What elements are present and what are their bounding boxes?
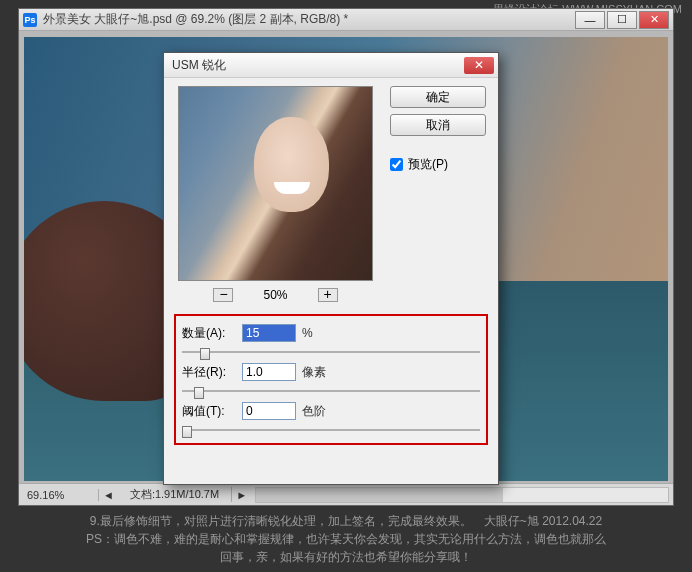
ps-document-title: 外景美女 大眼仔~旭.psd @ 69.2% (图层 2 副本, RGB/8) … — [43, 11, 573, 28]
preview-label: 预览(P) — [408, 156, 448, 173]
radius-track — [182, 390, 480, 392]
amount-label: 数量(A): — [182, 325, 236, 342]
amount-unit: % — [302, 326, 313, 340]
preview-image — [179, 87, 372, 280]
status-bar: 69.16% ◄ 文档:1.91M/10.7M ► — [19, 483, 673, 505]
preview-checkbox[interactable] — [390, 158, 403, 171]
preview-box[interactable] — [178, 86, 373, 281]
parameters-panel: 数量(A): % 半径(R): 像素 — [174, 314, 488, 445]
ps-app-icon: Ps — [23, 13, 37, 27]
zoom-percent: 50% — [263, 288, 287, 302]
threshold-label: 阈值(T): — [182, 403, 236, 420]
threshold-thumb[interactable] — [182, 426, 192, 438]
zoom-out-button[interactable]: − — [213, 288, 233, 302]
scroll-right-icon[interactable]: ► — [232, 489, 251, 501]
amount-slider[interactable] — [182, 345, 480, 359]
zoom-in-button[interactable]: + — [318, 288, 338, 302]
radius-row: 半径(R): 像素 — [182, 363, 480, 398]
threshold-unit: 色阶 — [302, 403, 326, 420]
document-info: 文档:1.91M/10.7M — [118, 487, 232, 502]
radius-unit: 像素 — [302, 364, 326, 381]
radius-slider[interactable] — [182, 384, 480, 398]
radius-input[interactable] — [242, 363, 296, 381]
amount-track — [182, 351, 480, 353]
radius-label: 半径(R): — [182, 364, 236, 381]
amount-input[interactable] — [242, 324, 296, 342]
dialog-title: USM 锐化 — [168, 57, 464, 74]
zoom-controls: − 50% + — [178, 288, 373, 302]
preview-checkbox-row[interactable]: 预览(P) — [390, 156, 486, 173]
caption-line-3: 回事，亲，如果有好的方法也希望你能分享哦！ — [18, 548, 674, 566]
threshold-slider[interactable] — [182, 423, 480, 437]
ok-button[interactable]: 确定 — [390, 86, 486, 108]
preview-face — [254, 117, 329, 212]
minimize-button[interactable]: — — [575, 11, 605, 29]
tutorial-caption: 9.最后修饰细节，对照片进行清晰锐化处理，加上签名，完成最终效果。 大眼仔~旭 … — [18, 512, 674, 566]
h-scrollbar[interactable] — [255, 487, 669, 503]
threshold-row: 阈值(T): 色阶 — [182, 402, 480, 437]
h-scroll-thumb[interactable] — [256, 488, 503, 502]
amount-row: 数量(A): % — [182, 324, 480, 359]
caption-line-1: 9.最后修饰细节，对照片进行清晰锐化处理，加上签名，完成最终效果。 大眼仔~旭 … — [18, 512, 674, 530]
amount-thumb[interactable] — [200, 348, 210, 360]
threshold-track — [182, 429, 480, 431]
scroll-left-icon[interactable]: ◄ — [99, 489, 118, 501]
zoom-level[interactable]: 69.16% — [19, 489, 99, 501]
caption-line-2: PS：调色不难，难的是耐心和掌握规律，也许某天你会发现，其实无论用什么方法，调色… — [18, 530, 674, 548]
ps-titlebar: Ps 外景美女 大眼仔~旭.psd @ 69.2% (图层 2 副本, RGB/… — [19, 9, 673, 31]
dialog-titlebar[interactable]: USM 锐化 ✕ — [164, 53, 498, 78]
dialog-close-button[interactable]: ✕ — [464, 57, 494, 74]
threshold-input[interactable] — [242, 402, 296, 420]
button-panel: 确定 取消 预览(P) — [390, 86, 486, 173]
usm-sharpen-dialog: USM 锐化 ✕ − 50% + 确定 取消 预览(P) — [163, 52, 499, 485]
close-button[interactable]: ✕ — [639, 11, 669, 29]
cancel-button[interactable]: 取消 — [390, 114, 486, 136]
maximize-button[interactable]: ☐ — [607, 11, 637, 29]
radius-thumb[interactable] — [194, 387, 204, 399]
